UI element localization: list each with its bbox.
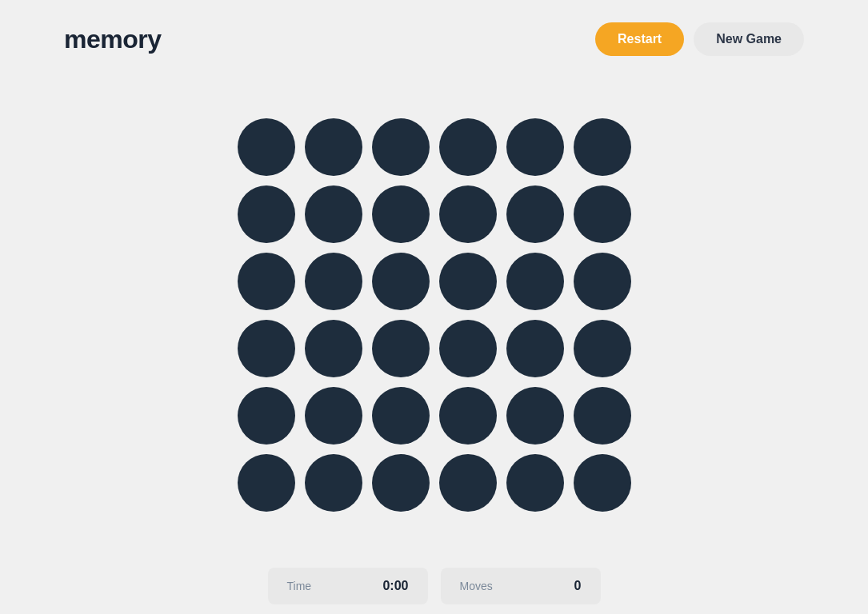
card[interactable] xyxy=(305,253,362,310)
card[interactable] xyxy=(372,253,430,310)
card[interactable] xyxy=(238,454,295,512)
card[interactable] xyxy=(506,320,564,377)
card[interactable] xyxy=(305,118,362,176)
card[interactable] xyxy=(506,118,564,176)
time-label: Time xyxy=(287,580,312,592)
card[interactable] xyxy=(238,185,295,243)
card[interactable] xyxy=(506,387,564,445)
app-header: memory Restart New Game xyxy=(0,0,868,78)
moves-value: 0 xyxy=(574,579,582,593)
card[interactable] xyxy=(574,387,631,445)
card[interactable] xyxy=(506,185,564,243)
card[interactable] xyxy=(372,454,430,512)
restart-button[interactable]: Restart xyxy=(595,22,684,56)
card[interactable] xyxy=(439,118,497,176)
card[interactable] xyxy=(238,253,295,310)
card[interactable] xyxy=(372,118,430,176)
card[interactable] xyxy=(238,320,295,377)
card[interactable] xyxy=(439,387,497,445)
time-stat-box: Time 0:00 xyxy=(268,568,428,604)
card[interactable] xyxy=(439,253,497,310)
card[interactable] xyxy=(305,454,362,512)
card[interactable] xyxy=(372,387,430,445)
card[interactable] xyxy=(372,185,430,243)
card[interactable] xyxy=(372,320,430,377)
moves-label: Moves xyxy=(460,580,493,592)
card[interactable] xyxy=(305,387,362,445)
card[interactable] xyxy=(506,454,564,512)
card[interactable] xyxy=(439,320,497,377)
card[interactable] xyxy=(305,320,362,377)
card[interactable] xyxy=(305,185,362,243)
time-value: 0:00 xyxy=(382,579,408,593)
card[interactable] xyxy=(238,118,295,176)
header-buttons: Restart New Game xyxy=(595,22,804,56)
card[interactable] xyxy=(574,320,631,377)
card[interactable] xyxy=(574,185,631,243)
card[interactable] xyxy=(238,387,295,445)
card[interactable] xyxy=(574,454,631,512)
new-game-button[interactable]: New Game xyxy=(694,22,804,56)
card[interactable] xyxy=(439,185,497,243)
card[interactable] xyxy=(574,118,631,176)
main-content: Time 0:00 Moves 0 xyxy=(0,78,868,604)
app-title: memory xyxy=(64,25,162,54)
card[interactable] xyxy=(574,253,631,310)
moves-stat-box: Moves 0 xyxy=(441,568,601,604)
card-grid xyxy=(222,102,647,528)
stats-row: Time 0:00 Moves 0 xyxy=(268,568,601,604)
card[interactable] xyxy=(439,454,497,512)
card[interactable] xyxy=(506,253,564,310)
